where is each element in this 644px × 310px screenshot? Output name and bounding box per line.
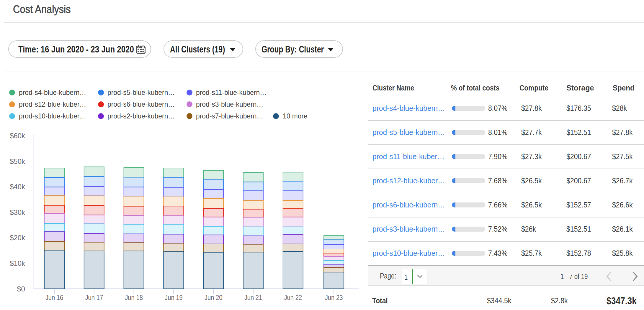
svg-text:Jun 16: Jun 16 [45,293,63,301]
svg-text:$10k: $10k [10,259,25,267]
svg-text:Jun 17: Jun 17 [85,293,103,301]
svg-text:Jun 20: Jun 20 [205,293,223,301]
svg-text:$20k: $20k [10,234,25,242]
svg-text:$60k: $60k [10,132,25,140]
svg-text:Jun 19: Jun 19 [165,293,183,301]
svg-text:Jun 23: Jun 23 [325,293,343,301]
svg-text:$30k: $30k [10,208,25,216]
svg-text:$50k: $50k [10,157,25,165]
svg-text:Jun 18: Jun 18 [125,293,143,301]
svg-text:Jun 22: Jun 22 [284,293,302,301]
svg-text:Jun 21: Jun 21 [244,293,262,301]
svg-text:$40k: $40k [10,183,25,191]
svg-text:$0: $0 [17,285,25,293]
